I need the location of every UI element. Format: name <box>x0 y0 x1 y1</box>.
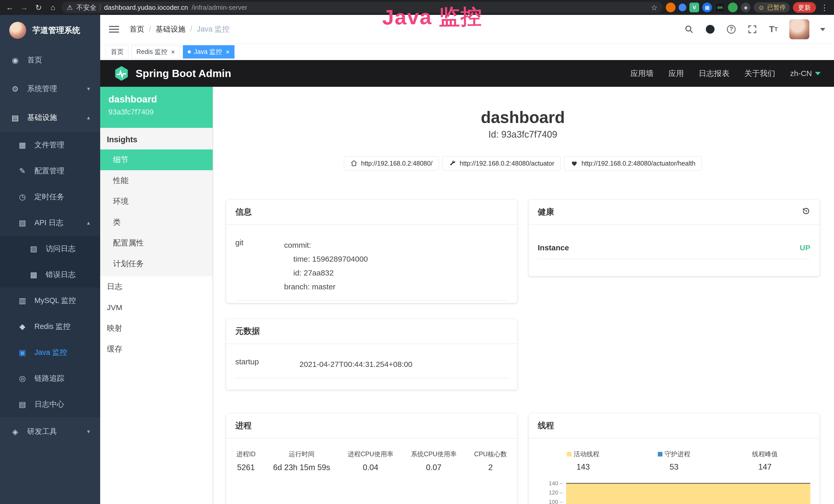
chevron-down-icon: ▾ <box>87 428 90 435</box>
health-history-icon[interactable] <box>802 207 810 217</box>
instance-menu-performance[interactable]: 性能 <box>100 170 213 191</box>
extension-icon-grid[interactable]: ▦ <box>702 3 712 12</box>
sba-locale-select[interactable]: zh-CN <box>790 69 821 78</box>
browser-home-icon[interactable]: ⌂ <box>47 2 59 13</box>
sidebar-item-file[interactable]: ▦ 文件管理 <box>0 132 100 158</box>
sidebar-item-home[interactable]: ◉ 首页 <box>0 46 100 74</box>
vue-devtools-icon[interactable]: V <box>689 3 699 12</box>
instance-links: http://192.168.0.2:48080/ http://192.168… <box>226 156 820 170</box>
back-icon[interactable]: ← <box>4 2 16 13</box>
tab-java-monitor[interactable]: Java 监控 × <box>183 45 235 59</box>
threads-legend: 活动线程 143 守护进程 53 线程峰值 147 <box>538 446 811 472</box>
edit-icon: ✎ <box>18 166 27 175</box>
home-icon <box>350 160 357 167</box>
sba-nav-applications[interactable]: 应用 <box>668 68 684 79</box>
omnibox-divider <box>100 4 101 11</box>
reload-icon[interactable]: ↻ <box>33 2 44 13</box>
breadcrumb-home[interactable]: 首页 <box>129 24 144 35</box>
sba-brand[interactable]: Spring Boot Admin <box>113 66 231 82</box>
tab-close-icon[interactable]: × <box>171 48 175 55</box>
user-avatar[interactable] <box>789 19 809 39</box>
infrastructure-icon: ▤ <box>10 113 20 122</box>
instance-menu-caches[interactable]: 缓存 <box>100 339 213 360</box>
sidebar-item-system[interactable]: ⚙ 系统管理 ▾ <box>0 74 100 103</box>
sidebar-item-mysql[interactable]: ▥ MySQL 监控 <box>0 288 100 314</box>
sidebar-item-devtools[interactable]: ◈ 研发工具 ▾ <box>0 417 100 446</box>
active-threads-value: 143 <box>538 462 629 472</box>
help-icon[interactable]: ? <box>726 24 737 35</box>
sidebar-item-api-log[interactable]: ▧ API 日志 ▴ <box>0 210 100 236</box>
extension-icon-on-switch[interactable]: on <box>715 3 725 12</box>
sba-logo-icon <box>113 66 129 82</box>
file-icon: ▦ <box>18 140 27 150</box>
threads-card-title: 线程 <box>538 420 554 431</box>
security-label: 不安全 <box>76 3 96 12</box>
tab-home[interactable]: 首页 <box>106 45 128 59</box>
instance-menu-logs[interactable]: 日志 <box>100 276 213 297</box>
instance-menu-mappings[interactable]: 映射 <box>100 318 213 339</box>
extension-icon-blue[interactable] <box>679 4 686 11</box>
url-path: /infra/admin-server <box>192 4 247 12</box>
sidebar-item-tracing[interactable]: ◎ 链路追踪 <box>0 365 100 391</box>
extension-icon-green[interactable] <box>728 3 738 12</box>
sba-nav-wallboard[interactable]: 应用墙 <box>630 68 654 79</box>
hamburger-icon[interactable] <box>109 24 119 35</box>
active-threads-area <box>566 483 811 504</box>
actuator-url-link[interactable]: http://192.168.0.2:48080/actuator <box>443 156 561 170</box>
sidebar-item-infrastructure[interactable]: ▤ 基础设施 ▴ <box>0 103 100 132</box>
service-url-link[interactable]: http://192.168.0.2:48080/ <box>344 156 439 170</box>
tab-close-icon[interactable]: × <box>226 48 229 55</box>
sidebar-item-error-log[interactable]: ▩ 错误日志 <box>0 261 100 288</box>
sidebar-logo[interactable]: 芋道管理系统 <box>0 15 100 46</box>
instance-menu-environment[interactable]: 环境 <box>100 191 213 212</box>
fullscreen-icon[interactable] <box>747 24 758 35</box>
health-status-badge: UP <box>799 244 810 252</box>
bookmark-star-icon[interactable]: ☆ <box>651 3 658 12</box>
sba-nav-about[interactable]: 关于我们 <box>744 68 775 79</box>
redis-icon: ◆ <box>18 322 27 331</box>
extensions-puzzle-icon[interactable]: ◆ <box>741 3 750 12</box>
github-icon[interactable] <box>705 24 715 35</box>
startup-value: 2021-04-27T00:44:31.254+08:00 <box>300 358 413 371</box>
chevron-down-icon: ▾ <box>87 86 90 92</box>
wrench-icon <box>449 160 456 167</box>
sba-nav-journal[interactable]: 日志报表 <box>699 68 729 79</box>
log-center-icon: ▤ <box>18 400 27 409</box>
threads-chart-y-axis: 140 120 100 <box>538 479 566 504</box>
sidebar-item-access-log[interactable]: ▨ 访问日志 <box>0 236 100 261</box>
health-url-link[interactable]: http://192.168.0.2:48080/actuator/health <box>564 156 702 170</box>
instance-menu-details[interactable]: 细节 <box>100 150 213 170</box>
font-size-icon[interactable]: TT <box>768 24 778 35</box>
sidebar-item-java[interactable]: ▣ Java 监控 <box>0 339 100 365</box>
profile-paused-badge[interactable]: ☺ 已暂停 <box>753 2 790 13</box>
admin-sidebar: 芋道管理系统 ◉ 首页 ⚙ 系统管理 ▾ ▤ 基础设施 ▴ ▦ 文件管理 ✎ 配… <box>0 15 100 504</box>
instance-menu-scheduled-tasks[interactable]: 计划任务 <box>100 253 213 274</box>
forward-icon[interactable]: → <box>19 2 30 13</box>
browser-menu-icon[interactable]: ⋮ <box>819 3 830 12</box>
active-tab-dot <box>188 50 191 53</box>
screen: ← → ↻ ⌂ ⚠ 不安全 dashboard.yudao.iocoder.cn… <box>0 0 834 504</box>
locale-caret-down-icon <box>815 72 821 78</box>
search-icon[interactable] <box>684 24 694 35</box>
health-instance-row: Instance UP <box>538 244 811 259</box>
extension-icon-orange[interactable] <box>666 3 676 12</box>
instance-menu-jvm[interactable]: JVM <box>100 297 213 318</box>
avatar-caret-down-icon[interactable] <box>820 28 825 33</box>
instance-menu-classes[interactable]: 类 <box>100 212 213 233</box>
access-log-icon: ▨ <box>29 244 39 253</box>
tab-redis-monitor[interactable]: Redis 监控 × <box>132 45 180 59</box>
sidebar-item-redis[interactable]: ◆ Redis 监控 <box>0 314 100 339</box>
sidebar-item-job[interactable]: ◷ 定时任务 <box>0 184 100 210</box>
sidebar-item-config[interactable]: ✎ 配置管理 <box>0 158 100 184</box>
breadcrumb-infrastructure[interactable]: 基础设施 <box>156 24 185 35</box>
address-bar[interactable]: ⚠ 不安全 dashboard.yudao.iocoder.cn /infra/… <box>62 2 663 13</box>
breadcrumb: 首页 / 基础设施 / Java 监控 <box>129 24 229 35</box>
infrastructure-submenu: ▦ 文件管理 ✎ 配置管理 ◷ 定时任务 ▧ API 日志 ▴ ▨ 访问日志 <box>0 132 100 417</box>
browser-update-button[interactable]: 更新 <box>793 2 816 13</box>
metadata-card-title: 元数据 <box>235 325 260 337</box>
instance-menu-config-props[interactable]: 配置属性 <box>100 233 213 253</box>
daemon-threads-swatch <box>658 452 662 457</box>
gear-icon: ⚙ <box>10 85 20 93</box>
instance-header[interactable]: dashboard 93a3fc7f7409 <box>100 87 213 128</box>
sidebar-item-log-center[interactable]: ▤ 日志中心 <box>0 391 100 417</box>
